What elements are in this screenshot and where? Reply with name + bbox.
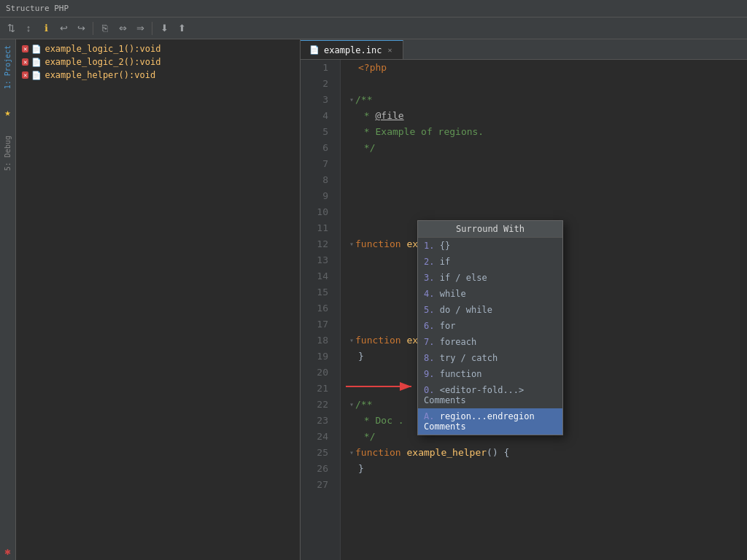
left-sidebar: 1: Project ★ 5: Debug ✱ xyxy=(0,39,16,560)
title-bar: Structure PHP xyxy=(0,0,747,18)
collapse-button[interactable]: ⇒ xyxy=(132,20,148,36)
code-line-27 xyxy=(349,477,738,493)
code-line-10 xyxy=(349,204,738,220)
code-line-1: <?php xyxy=(349,60,738,76)
undo-button[interactable]: ↩ xyxy=(55,20,71,36)
func-name-1: example_logic_1():void xyxy=(44,44,160,54)
code-line-7 xyxy=(349,156,738,172)
line-numbers: 1234567891011121314151617181920212223242… xyxy=(301,60,341,560)
surround-popup-title: Surround With xyxy=(418,221,562,238)
structure-panel: ✕ 📄 example_logic_1():void ✕ 📄 example_l… xyxy=(16,39,301,560)
fold-arrow[interactable]: ▾ xyxy=(349,92,354,108)
sort-num-button[interactable]: ↕ xyxy=(20,20,36,36)
editor-content: 1234567891011121314151617181920212223242… xyxy=(301,60,747,560)
structure-items-list: ✕ 📄 example_logic_1():void ✕ 📄 example_l… xyxy=(16,39,300,560)
surround-item-9[interactable]: 9. function xyxy=(418,366,562,382)
list-item[interactable]: ✕ 📄 example_logic_2():void xyxy=(16,55,300,69)
main-layout: 1: Project ★ 5: Debug ✱ ✕ 📄 example_logi… xyxy=(0,39,747,560)
redo-button[interactable]: ↪ xyxy=(73,20,89,36)
func-error-icon-3: ✕ xyxy=(22,71,28,79)
fold-arrow[interactable]: ▾ xyxy=(349,445,354,461)
list-item[interactable]: ✕ 📄 example_logic_1():void xyxy=(16,42,300,55)
code-line-5: * Example of regions. xyxy=(349,124,738,140)
surround-items-list: 1. {}2. if3. if / else4. while5. do / wh… xyxy=(418,238,562,435)
upload-button[interactable]: ⬆ xyxy=(174,20,190,36)
code-line-2 xyxy=(349,76,738,92)
tab-label: example.inc xyxy=(324,45,382,55)
sort-az-button[interactable]: ⇅ xyxy=(3,20,19,36)
separator-1 xyxy=(93,22,93,35)
func-error-icon-2: ✕ xyxy=(22,58,28,66)
copy-button[interactable]: ⎘ xyxy=(97,20,113,36)
fold-arrow[interactable]: ▾ xyxy=(349,236,354,252)
func-name-2: example_logic_2():void xyxy=(44,57,160,67)
tab-bar: 📄 example.inc ✕ xyxy=(301,39,747,60)
fold-arrow[interactable]: ▾ xyxy=(349,397,354,413)
file-icon-2: 📄 xyxy=(31,58,42,67)
file-icon-3: 📄 xyxy=(31,71,42,80)
sidebar-item-debug[interactable]: 5: Debug xyxy=(2,133,13,174)
surround-item-7[interactable]: 7. foreach xyxy=(418,334,562,350)
surround-item-a[interactable]: A. region...endregion Comments xyxy=(418,408,562,435)
code-line-9 xyxy=(349,188,738,204)
tab-file-icon: 📄 xyxy=(309,45,320,55)
sidebar-item-project[interactable]: 1: Project xyxy=(2,42,13,92)
app-title: Structure PHP xyxy=(6,4,741,13)
surround-item-1[interactable]: 1. {} xyxy=(418,238,562,254)
surround-item-2[interactable]: 2. if xyxy=(418,254,562,270)
editor-area: 📄 example.inc ✕ 123456789101112131415161… xyxy=(301,39,747,560)
tab-example-inc[interactable]: 📄 example.inc ✕ xyxy=(301,40,403,59)
sidebar-item-extra[interactable]: ✱ xyxy=(4,545,10,557)
main-toolbar: ⇅ ↕ ℹ ↩ ↪ ⎘ ⇔ ⇒ ⬇ ⬆ xyxy=(0,18,747,39)
code-line-6: */ xyxy=(349,140,738,156)
surround-item-0[interactable]: 0. <editor-fold...> Comments xyxy=(418,382,562,408)
code-line-4: * @file xyxy=(349,108,738,124)
expand-button[interactable]: ⇔ xyxy=(115,20,131,36)
surround-item-3[interactable]: 3. if / else xyxy=(418,270,562,286)
surround-item-8[interactable]: 8. try / catch xyxy=(418,350,562,366)
code-line-26: } xyxy=(349,461,738,477)
func-error-icon: ✕ xyxy=(22,45,28,52)
surround-item-4[interactable]: 4. while xyxy=(418,286,562,302)
fold-arrow[interactable]: ▾ xyxy=(349,332,354,349)
func-name-3: example_helper():void xyxy=(44,70,155,80)
sidebar-item-favorites[interactable]: ★ xyxy=(4,106,10,118)
code-line-3: ▾/** xyxy=(349,92,738,108)
file-icon: 📄 xyxy=(31,44,42,54)
code-line-25: ▾function example_helper() { xyxy=(349,445,738,461)
surround-item-6[interactable]: 6. for xyxy=(418,318,562,334)
info-button[interactable]: ℹ xyxy=(38,20,54,36)
list-item[interactable]: ✕ 📄 example_helper():void xyxy=(16,69,300,82)
save-button[interactable]: ⬇ xyxy=(156,20,172,36)
separator-2 xyxy=(152,22,152,35)
tab-close-button[interactable]: ✕ xyxy=(386,46,393,54)
surround-item-5[interactable]: 5. do / while xyxy=(418,302,562,318)
surround-with-popup: Surround With 1. {}2. if3. if / else4. w… xyxy=(417,220,563,435)
code-line-8 xyxy=(349,172,738,188)
